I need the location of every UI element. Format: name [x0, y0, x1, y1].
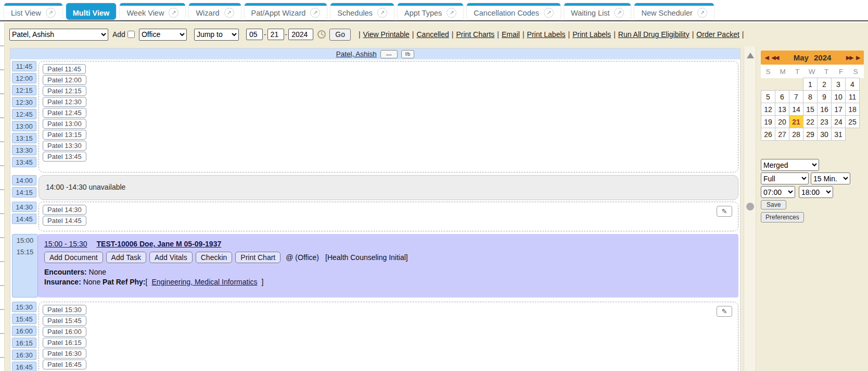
calendar-day-17[interactable]: 17	[831, 103, 846, 116]
checkin-button[interactable]: Checkin	[196, 252, 233, 263]
add-checkbox[interactable]	[127, 31, 135, 38]
tab-list-view[interactable]: List View↗	[4, 3, 62, 20]
calendar-day-23[interactable]: 23	[817, 115, 832, 128]
slot-button-patel-14-30[interactable]: Patel 14:30	[43, 205, 86, 215]
calendar-fast-next-icon[interactable]: ▶▶	[846, 55, 853, 60]
calendar-day-10[interactable]: 10	[831, 90, 846, 103]
calendar-day-16[interactable]: 16	[817, 103, 832, 116]
slot-button-patel-13-15[interactable]: Patel 13:15	[43, 130, 86, 140]
calendar-day-2[interactable]: 2	[817, 78, 832, 91]
calendar-day-22[interactable]: 22	[803, 115, 818, 128]
slot-button-patel-13-00[interactable]: Patel 13:00	[43, 119, 86, 129]
start-time-select[interactable]: 07:00	[761, 186, 795, 198]
slot-button-patel-11-45[interactable]: Patel 11:45	[43, 64, 86, 74]
link-run-all-drug-eligibility[interactable]: Run All Drug Eligibility	[618, 30, 690, 39]
add-document-button[interactable]: Add Document	[44, 252, 103, 263]
minimize-column-button[interactable]: —	[380, 50, 398, 58]
calendar-day-15[interactable]: 15	[803, 103, 818, 116]
calendar-day-20[interactable]: 20	[775, 115, 789, 128]
tab-appt-types[interactable]: Appt Types↗	[398, 3, 463, 20]
add-task-button[interactable]: Add Task	[106, 252, 146, 263]
calendar-day-12[interactable]: 12	[761, 103, 775, 116]
print-chart-button[interactable]: Print Chart	[235, 252, 280, 263]
slot-button-patel-16-00[interactable]: Patel 16:00	[43, 327, 86, 337]
slot-button-patel-12-45[interactable]: Patel 12:45	[43, 108, 86, 118]
size-select[interactable]: Full	[761, 172, 809, 184]
jump-to-select[interactable]: Jump to	[194, 29, 239, 41]
calendar-day-31[interactable]: 31	[831, 128, 846, 141]
link-print-charts[interactable]: Print Charts	[456, 30, 494, 39]
slot-button-patel-16-45[interactable]: Patel 16:45	[43, 360, 86, 369]
tab-pat-appt-wizard[interactable]: Pat/Appt Wizard↗	[245, 3, 327, 20]
end-time-select[interactable]: 18:00	[799, 186, 833, 198]
referring-physician-link[interactable]: Engineering, Medical Informatics	[151, 278, 257, 286]
calendar-day-18[interactable]: 18	[845, 103, 860, 116]
scrollbar-thumb[interactable]	[746, 203, 754, 211]
slot-button-patel-12-00[interactable]: Patel 12:00	[43, 75, 86, 85]
slot-button-patel-16-30[interactable]: Patel 16:30	[43, 349, 86, 358]
add-vitals-button[interactable]: Add Vitals	[149, 252, 193, 263]
slot-button-patel-15-45[interactable]: Patel 15:45	[43, 316, 86, 326]
calendar-day-4[interactable]: 4	[845, 78, 860, 91]
appointment-patient-link[interactable]: TEST-10006 Doe, Jane M 05-09-1937	[97, 240, 222, 248]
slot-button-patel-15-30[interactable]: Patel 15:30	[43, 305, 86, 315]
slot-button-patel-13-30[interactable]: Patel 13:30	[43, 141, 86, 151]
calendar-day-9[interactable]: 9	[817, 90, 832, 103]
link-email[interactable]: Email	[502, 30, 520, 39]
link-print-labels[interactable]: Print Labels	[572, 30, 611, 39]
calendar-day-21[interactable]: 21	[789, 115, 803, 128]
link-view-printable[interactable]: View Printable	[363, 30, 410, 39]
clock-icon[interactable]	[317, 30, 326, 39]
calendar-day-28[interactable]: 28	[789, 128, 803, 141]
provider-select[interactable]: Patel, Ashish	[9, 29, 108, 41]
calendar-day-14[interactable]: 14	[789, 103, 803, 116]
view-mode-select[interactable]: Merged	[761, 159, 819, 171]
calendar-fast-prev-icon[interactable]: ◀◀	[772, 55, 778, 60]
date-day-input[interactable]	[267, 29, 284, 40]
calendar-day-24[interactable]: 24	[831, 115, 846, 128]
link-order-packet[interactable]: Order Packet	[696, 30, 739, 39]
date-month-input[interactable]	[246, 29, 263, 40]
tab-wizard[interactable]: Wizard↗	[189, 3, 240, 20]
facility-select[interactable]: Office	[139, 29, 187, 41]
slot-button-patel-13-45[interactable]: Patel 13:45	[43, 152, 86, 162]
calendar-day-8[interactable]: 8	[803, 90, 818, 103]
appointment-time-link[interactable]: 15:00 - 15:30	[44, 240, 87, 248]
calendar-day-30[interactable]: 30	[817, 128, 832, 141]
slot-button-patel-12-30[interactable]: Patel 12:30	[43, 97, 86, 107]
preferences-button[interactable]: Preferences	[761, 212, 804, 222]
calendar-day-19[interactable]: 19	[761, 115, 775, 128]
calendar-day-29[interactable]: 29	[803, 128, 818, 141]
calendar-day-5[interactable]: 5	[761, 90, 775, 103]
slot-button-patel-12-15[interactable]: Patel 12:15	[43, 86, 86, 96]
vertical-scrollbar[interactable]	[744, 46, 756, 371]
calendar-prev-icon[interactable]: ◀	[765, 55, 769, 60]
go-button[interactable]: Go	[329, 29, 351, 41]
tab-new-scheduler[interactable]: New Scheduler↗	[634, 3, 713, 20]
calendar-day-25[interactable]: 25	[845, 115, 860, 128]
calendar-day-6[interactable]: 6	[775, 90, 789, 103]
tab-week-view[interactable]: Week View↗	[120, 3, 185, 20]
edit-slot-button[interactable]: ✎	[717, 306, 732, 317]
edit-slot-button[interactable]: ✎	[717, 206, 732, 217]
scroll-up-icon[interactable]	[747, 53, 754, 58]
tab-cancellation-codes[interactable]: Cancellation Codes↗	[467, 3, 560, 20]
calendar-day-3[interactable]: 3	[831, 78, 846, 91]
tab-waiting-list[interactable]: Waiting List↗	[564, 3, 631, 20]
save-button[interactable]: Save	[761, 200, 786, 209]
tab-schedules[interactable]: Schedules↗	[330, 3, 394, 20]
slot-button-patel-16-15[interactable]: Patel 16:15	[43, 338, 86, 348]
provider-column-link[interactable]: Patel, Ashish	[336, 50, 377, 58]
calendar-next-icon[interactable]: ▶	[856, 55, 860, 60]
link-cancelled[interactable]: Cancelled	[416, 30, 449, 39]
calendar-day-13[interactable]: 13	[775, 103, 789, 116]
calendar-day-27[interactable]: 27	[775, 128, 789, 141]
interval-select[interactable]: 15 Min.	[811, 172, 850, 184]
date-year-input[interactable]	[288, 29, 313, 40]
calendar-day-11[interactable]: 11	[845, 90, 860, 103]
slot-button-patel-14-45[interactable]: Patel 14:45	[43, 216, 86, 226]
fb-column-button[interactable]: f/b	[401, 50, 414, 58]
calendar-day-1[interactable]: 1	[803, 78, 818, 91]
link-print-labels[interactable]: Print Labels	[527, 30, 566, 39]
tab-multi-view[interactable]: Multi View	[66, 3, 117, 20]
